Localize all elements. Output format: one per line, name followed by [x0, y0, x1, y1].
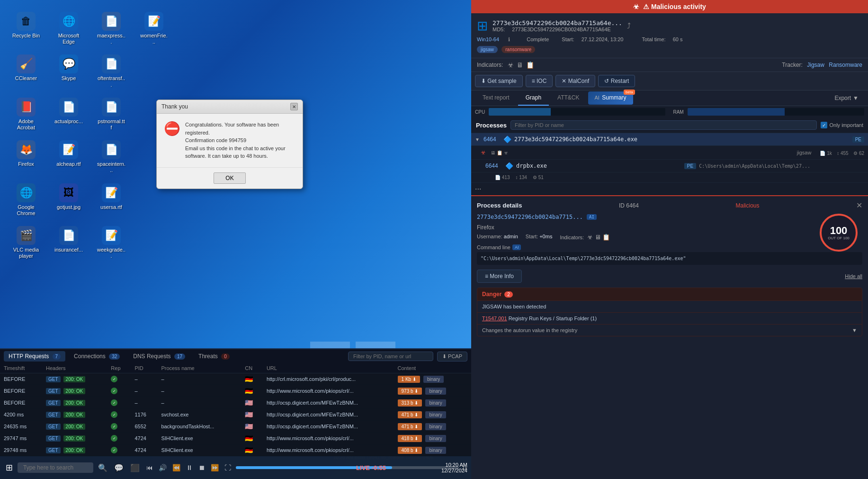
ioc-button[interactable]: ≡ IOC — [526, 75, 553, 87]
danger-label: Danger — [482, 291, 501, 298]
export-button[interactable]: Export ▼ — [829, 92, 864, 104]
get-sample-button[interactable]: ⬇ Get sample — [475, 75, 523, 87]
process-row[interactable]: 6644 🔷 drpbx.exe PE C:\Users\admin\AppDa… — [471, 160, 868, 172]
dialog-close-button[interactable]: ✕ — [290, 103, 298, 110]
desktop-icon-alcheap.rtf[interactable]: 📝 alcheap.rtf — [52, 138, 85, 176]
danger-header[interactable]: Danger 2 — [477, 288, 862, 300]
tab-attck[interactable]: ATT&CK — [550, 90, 587, 106]
tab-threats[interactable]: Threats 0 — [194, 351, 234, 362]
tracker-jigsaw-link[interactable]: Jigsaw — [807, 62, 824, 68]
desktop-icon-vlc-media-player[interactable]: 🎬 VLC media player — [9, 224, 43, 262]
desktop-icon-maexpress...[interactable]: 📄 maexpress... — [95, 9, 128, 47]
tab-connections[interactable]: Connections 32 — [69, 351, 125, 362]
desktop-icon-spaceintern...[interactable]: 📄 spaceintern... — [95, 138, 128, 176]
pcap-download-button[interactable]: ⬇ PCAP — [437, 352, 467, 362]
cell-rep: ✓ — [107, 385, 131, 397]
desktop-icon-pstnormal.ttf[interactable]: 📄 pstnormal.ttf — [95, 95, 128, 133]
taskbar-controls: ⏮ 🔊 ⏪ ⏸ ⏹ ⏩ ⛶ — [144, 463, 233, 472]
desktop-icon-google-chrome[interactable]: 🌐 Google Chrome — [9, 181, 43, 219]
more-processes-dots[interactable]: ··· — [471, 183, 868, 195]
tab-text-report[interactable]: Text report — [475, 90, 517, 106]
desktop-icon-womenfrie...[interactable]: 📝 womenFrie... — [137, 9, 170, 47]
table-row[interactable]: BEFORE GET 200: OK ✓ – – 🇺🇸 http://ocsp.… — [0, 397, 471, 409]
tag-jigsaw[interactable]: jigsaw — [477, 46, 498, 53]
tab-http-requests[interactable]: HTTP Requests 7 — [4, 351, 65, 362]
dialog-ok-button[interactable]: OK — [214, 172, 245, 184]
more-info-button[interactable]: ≡ More Info — [477, 270, 522, 283]
desktop-icon-oftentransf...[interactable]: 📄 oftentransf... — [95, 52, 128, 90]
taskbar-search-icon[interactable]: 🔍 — [96, 461, 109, 474]
desktop-icon-recycle-bin[interactable]: 🗑 Recycle Bin — [9, 9, 43, 47]
tab-dns-requests[interactable]: DNS Requests 17 — [128, 351, 190, 362]
icon-img: 🧹 — [17, 54, 36, 73]
biohazard-indicator-icon[interactable]: ☣ — [508, 61, 514, 69]
process-indicators-icons: 🖥 📋 ☣ — [491, 150, 508, 155]
table-row[interactable]: BEFORE GET 200: OK ✓ – – 🇩🇪 http://crl.m… — [0, 373, 471, 385]
cell-time: 29747 ms — [0, 433, 42, 444]
desktop-icon-adobe-acrobat[interactable]: 📕 Adobe Acrobat — [9, 95, 43, 133]
icon-label: womenFrie... — [140, 33, 168, 45]
start-button[interactable]: ⊞ — [4, 461, 15, 475]
network-tabs: HTTP Requests 7 Connections 32 DNS Reque… — [0, 349, 471, 363]
pid-filter-input[interactable] — [510, 120, 817, 130]
taskbar-cortana-icon[interactable]: 💬 — [112, 461, 125, 474]
table-row[interactable]: BEFORE GET 200: OK ✓ – – 🇩🇪 http://www.m… — [0, 385, 471, 397]
desktop-icon-firefox[interactable]: 🦊 Firefox — [9, 138, 43, 176]
hide-all-link[interactable]: Hide all — [845, 273, 862, 279]
desktop-icon-insurancef...[interactable]: 📄 insurancef... — [52, 224, 85, 262]
icon-label: pstnormal.ttf — [97, 118, 125, 131]
col-content: Content — [394, 363, 471, 373]
desktop-icon-skype[interactable]: 💬 Skype — [52, 52, 85, 90]
tag-ransomware[interactable]: ransomware — [501, 46, 535, 53]
desktop-icon-gotjust.jpg[interactable]: 🖼 gotjust.jpg — [52, 181, 85, 219]
table-row[interactable]: 4200 ms GET 200: OK ✓ 1176 svchost.exe 🇺… — [0, 409, 471, 421]
restart-button[interactable]: ↺ Restart — [598, 75, 635, 87]
share-button[interactable]: ⤴ — [627, 22, 631, 30]
desktop-icon-ccleaner[interactable]: 🧹 CCleaner — [9, 52, 43, 90]
table-row[interactable]: 29748 ms GET 200: OK ✓ 4724 SIHClient.ex… — [0, 444, 471, 456]
icon-label: CCleaner — [15, 75, 37, 81]
start-info: Start: 27.12.2024, 13:20 — [562, 36, 630, 42]
playback-progress[interactable] — [236, 466, 459, 469]
col-timeshift: Timeshift — [0, 363, 42, 373]
desktop-icon-weekgrade...[interactable]: 📝 weekgrade... — [95, 224, 128, 262]
desktop-icon-usersa.rtf[interactable]: 📝 usersa.rtf — [95, 181, 128, 219]
icon-img: 📄 — [102, 140, 121, 159]
taskbar-search[interactable] — [18, 462, 93, 473]
tab-summary[interactable]: AI Summary beta — [588, 91, 633, 105]
network-filter-input[interactable] — [348, 352, 433, 361]
playback-expand[interactable]: ⛶ — [223, 463, 233, 472]
pd-close-button[interactable]: ✕ — [856, 201, 862, 210]
only-important-toggle[interactable]: ✓ Only important — [821, 122, 863, 128]
playback-prev[interactable]: ⏪ — [170, 463, 182, 472]
sample-details-row: Win10-64 ℹ Complete Start: 27.12.2024, 1… — [477, 36, 862, 43]
table-row[interactable]: 29747 ms GET 200: OK ✓ 4724 SIHClient.ex… — [0, 433, 471, 444]
playback-volume[interactable]: 🔊 — [157, 463, 169, 472]
taskbar-task-view-icon[interactable]: ⬛ — [128, 461, 142, 474]
desktop-icon-actualproc...[interactable]: 📄 actualproc... — [52, 95, 85, 133]
script-indicator-icon[interactable]: 📋 — [526, 61, 534, 69]
danger-item-1: JIGSAW has been detected — [477, 300, 862, 312]
monitor-indicator-icon[interactable]: 🖥 — [517, 61, 523, 69]
only-important-checkbox: ✓ — [821, 122, 827, 128]
playback-stop[interactable]: ⏹ — [197, 463, 207, 472]
icon-img: 📝 — [102, 183, 121, 202]
icon-img: 🌐 — [17, 183, 36, 202]
table-row[interactable]: 24635 ms GET 200: OK ✓ 6552 backgroundTa… — [0, 421, 471, 433]
icon-img: 🖼 — [59, 183, 78, 202]
tracker-ransomware-link[interactable]: Ransomware — [829, 62, 862, 68]
playback-skip-back[interactable]: ⏮ — [144, 463, 155, 472]
danger-link-t1547[interactable]: T1547.001 — [482, 316, 507, 321]
process-row[interactable]: ▼ 6464 🔷 2773e3dc59472296cb0024ba7715a64… — [471, 133, 868, 146]
playback-next[interactable]: ⏩ — [209, 463, 221, 472]
icon-label: VLC media player — [12, 247, 40, 259]
danger-expand-row[interactable]: Changes the autorun value in the registr… — [477, 324, 862, 336]
cell-time: 29748 ms — [0, 444, 42, 456]
cell-headers: GET 200: OK — [42, 421, 107, 433]
playback-play[interactable]: ⏸ — [184, 463, 195, 472]
cell-content: 313 b ⬇ binary — [394, 397, 471, 409]
desktop-icon-microsoft-edge[interactable]: 🌐 Microsoft Edge — [52, 9, 85, 47]
malconf-button[interactable]: ✕ MalConf — [555, 75, 595, 87]
col-rep: Rep — [107, 363, 131, 373]
tab-graph[interactable]: Graph — [518, 90, 549, 106]
